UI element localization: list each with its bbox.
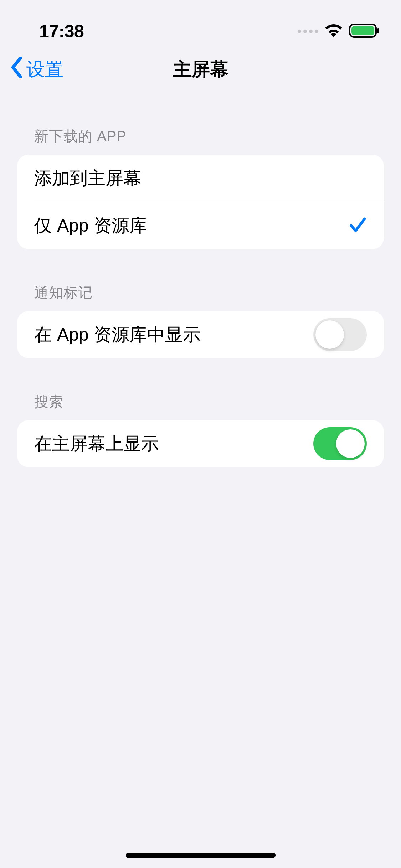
section-search: 搜索 在主屏幕上显示 bbox=[17, 392, 384, 467]
toggle-switch[interactable] bbox=[313, 318, 367, 351]
wifi-icon bbox=[325, 24, 343, 39]
home-indicator[interactable] bbox=[126, 853, 276, 858]
toggle-switch[interactable] bbox=[313, 427, 367, 460]
nav-bar: 设置 主屏幕 bbox=[0, 46, 401, 93]
option-add-to-home-screen[interactable]: 添加到主屏幕 bbox=[17, 155, 384, 202]
status-indicators bbox=[298, 24, 380, 39]
signal-dots-icon bbox=[298, 30, 318, 33]
toggle-group: 在 App 资源库中显示 bbox=[17, 311, 384, 358]
page-title: 主屏幕 bbox=[173, 57, 228, 82]
section-newly-downloaded: 新下载的 APP 添加到主屏幕 仅 App 资源库 bbox=[17, 126, 384, 249]
section-notification-badges: 通知标记 在 App 资源库中显示 bbox=[17, 283, 384, 358]
toggle-group: 在主屏幕上显示 bbox=[17, 420, 384, 467]
option-label: 添加到主屏幕 bbox=[34, 166, 141, 190]
back-label: 设置 bbox=[26, 57, 63, 82]
back-button[interactable]: 设置 bbox=[10, 57, 63, 82]
status-bar: 17:38 bbox=[0, 0, 401, 46]
section-header: 通知标记 bbox=[17, 283, 384, 311]
option-group: 添加到主屏幕 仅 App 资源库 bbox=[17, 155, 384, 249]
toggle-show-on-home-screen[interactable]: 在主屏幕上显示 bbox=[17, 420, 384, 467]
chevron-left-icon bbox=[10, 57, 24, 82]
toggle-label: 在主屏幕上显示 bbox=[34, 432, 159, 456]
toggle-knob bbox=[315, 320, 344, 349]
svg-rect-1 bbox=[351, 26, 374, 35]
option-app-library-only[interactable]: 仅 App 资源库 bbox=[17, 202, 384, 249]
checkmark-icon bbox=[349, 216, 367, 235]
toggle-label: 在 App 资源库中显示 bbox=[34, 323, 201, 347]
toggle-knob bbox=[336, 429, 365, 458]
option-label: 仅 App 资源库 bbox=[34, 214, 147, 238]
toggle-show-in-app-library[interactable]: 在 App 资源库中显示 bbox=[17, 311, 384, 358]
section-header: 搜索 bbox=[17, 392, 384, 420]
battery-icon bbox=[349, 24, 380, 39]
status-time: 17:38 bbox=[39, 21, 84, 42]
svg-rect-2 bbox=[377, 28, 379, 33]
section-header: 新下载的 APP bbox=[17, 126, 384, 155]
